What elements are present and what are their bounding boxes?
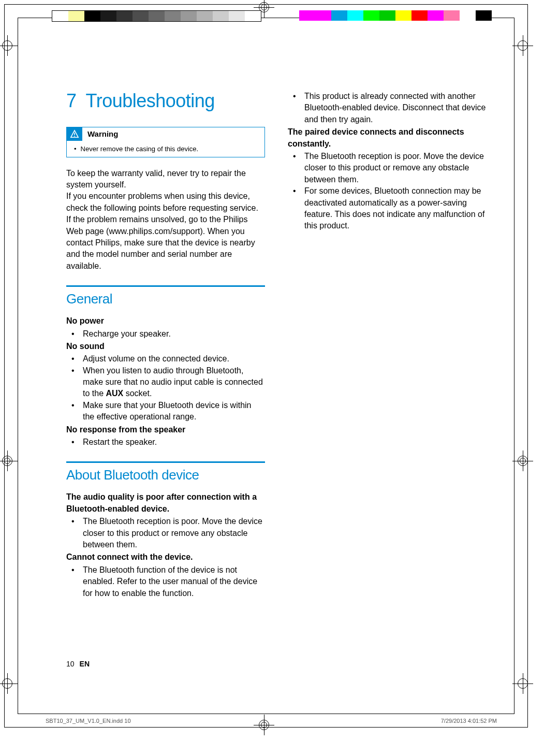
reg-mark [512, 673, 533, 694]
reg-mark [0, 35, 18, 56]
warning-box: Warning Never remove the casing of this … [66, 127, 265, 157]
list-item: The Bluetooth reception is poor. Move th… [288, 151, 487, 185]
list-item: The Bluetooth function of the device is … [66, 564, 265, 599]
right-col: This product is already connected with a… [288, 91, 487, 668]
list-item: The Bluetooth reception is poor. Move th… [66, 516, 265, 550]
list-item: For some devices, Bluetooth connection m… [288, 185, 487, 232]
sub: Cannot connect with the device. [66, 551, 265, 563]
list-item: Recharge your speaker. [66, 328, 265, 340]
reg-mark [512, 450, 533, 471]
list-item: This product is already connected with a… [288, 91, 487, 125]
warning-label: Warning [82, 129, 118, 138]
reg-mark [0, 450, 18, 471]
list-item: Make sure that your Bluetooth device is … [66, 400, 265, 423]
sub: No power [66, 315, 265, 327]
sub: The audio quality is poor after connecti… [66, 491, 265, 515]
sub: No response from the speaker [66, 424, 265, 435]
color-bar [299, 10, 492, 21]
intro-text: To keep the warranty valid, never try to… [66, 168, 265, 272]
section-bluetooth: About Bluetooth device The audio quality… [66, 461, 265, 599]
heading-general: General [66, 285, 265, 307]
reg-mark [512, 35, 533, 56]
page: 7Troubleshooting Warning Never remove th… [0, 0, 559, 756]
list-item: Adjust volume on the connected device. [66, 353, 265, 365]
list-item: Restart the speaker. [66, 437, 265, 448]
left-col: 7Troubleshooting Warning Never remove th… [66, 91, 265, 668]
list-item: When you listen to audio through Bluetoo… [66, 365, 265, 400]
slug-right: 7/29/2013 4:01:52 PM [441, 718, 497, 724]
sub: The paired device connects and disconnec… [288, 126, 487, 150]
slug-left: SBT10_37_UM_V1.0_EN.indd 10 [46, 718, 131, 724]
heading-bluetooth: About Bluetooth device [66, 461, 265, 483]
grayscale-bar [52, 10, 261, 22]
reg-mark [254, 715, 274, 735]
svg-point-1 [74, 136, 75, 137]
warning-icon [67, 127, 82, 141]
reg-mark [0, 673, 18, 694]
content: 7Troubleshooting Warning Never remove th… [66, 91, 487, 668]
warning-text: Never remove the casing of this device. [67, 141, 264, 157]
section-general: General No power Recharge your speaker. … [66, 285, 265, 448]
page-footer: 10EN [66, 660, 90, 668]
sub: No sound [66, 341, 265, 352]
page-title: 7Troubleshooting [66, 91, 265, 111]
